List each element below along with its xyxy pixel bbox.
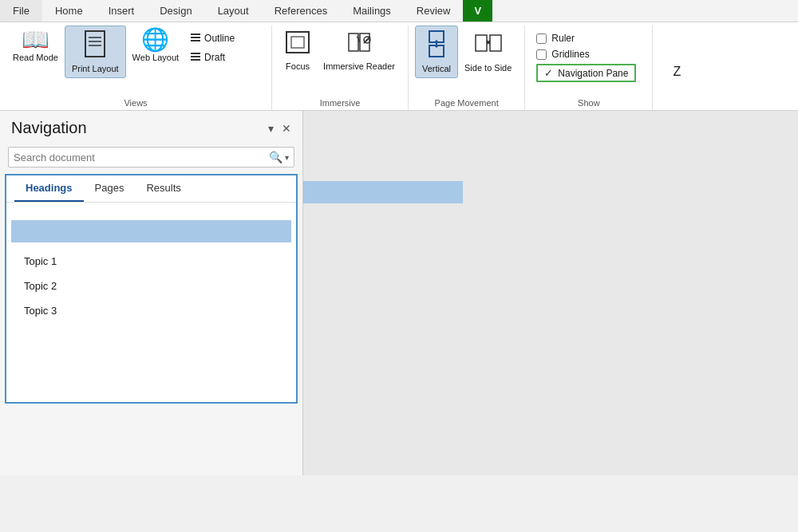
immersive-group-label: Immersive bbox=[279, 95, 401, 110]
tab-design[interactable]: Design bbox=[147, 0, 204, 22]
gridlines-label: Gridlines bbox=[551, 49, 589, 60]
search-dropdown-arrow[interactable]: ▾ bbox=[285, 153, 289, 162]
print-layout-button[interactable]: Print Layout bbox=[65, 26, 126, 78]
navigation-pane-check-icon: ✓ bbox=[544, 67, 553, 79]
print-layout-icon bbox=[82, 30, 108, 62]
nav-tabs-content-box: Headings Pages Results Topic 1 Topic 2 T… bbox=[5, 174, 298, 404]
read-mode-label: Read Mode bbox=[13, 53, 58, 63]
nav-headings-content: Topic 1 Topic 2 Topic 3 bbox=[6, 203, 296, 402]
tab-insert[interactable]: Insert bbox=[96, 0, 148, 22]
svg-rect-5 bbox=[191, 37, 200, 38]
svg-rect-12 bbox=[349, 33, 358, 51]
navigation-pane-label: Navigation Pane bbox=[558, 68, 628, 79]
navigation-panel: Navigation ▾ ✕ 🔍 ▾ Headings Pages Result… bbox=[0, 111, 303, 475]
focus-label: Focus bbox=[286, 61, 310, 72]
svg-rect-11 bbox=[291, 37, 304, 48]
nav-panel-controls: ▾ ✕ bbox=[268, 122, 291, 135]
immersive-reader-icon bbox=[346, 29, 372, 60]
tab-file[interactable]: File bbox=[0, 0, 42, 22]
nav-tabs: Headings Pages Results bbox=[6, 175, 296, 203]
side-to-side-button[interactable]: Side to Side bbox=[458, 26, 518, 77]
vertical-button[interactable]: Vertical bbox=[415, 26, 458, 78]
svg-marker-19 bbox=[434, 40, 439, 42]
views-small-buttons: Outline Draft bbox=[185, 26, 265, 67]
nav-panel-close-button[interactable]: ✕ bbox=[282, 122, 291, 135]
zoom-label: Z bbox=[673, 64, 681, 79]
ribbon-group-page-movement: Vertical Side to Side Page bbox=[409, 26, 525, 110]
read-mode-icon: 📖 bbox=[22, 29, 49, 51]
svg-rect-9 bbox=[191, 59, 200, 61]
focus-icon bbox=[285, 29, 310, 60]
outline-label: Outline bbox=[204, 33, 235, 44]
ribbon-group-immersive: Focus Immersive Reader Imme bbox=[272, 26, 409, 110]
svg-rect-21 bbox=[476, 35, 487, 51]
tab-pages[interactable]: Pages bbox=[84, 175, 136, 202]
read-mode-button[interactable]: 📖 Read Mode bbox=[6, 26, 65, 66]
svg-marker-20 bbox=[434, 45, 439, 48]
heading-topic3[interactable]: Topic 3 bbox=[11, 298, 291, 323]
gridlines-checkbox-item[interactable]: Gridlines bbox=[531, 46, 594, 62]
focus-button[interactable]: Focus bbox=[279, 26, 317, 75]
print-layout-label: Print Layout bbox=[72, 64, 119, 74]
nav-panel-collapse-arrow[interactable]: ▾ bbox=[268, 122, 274, 135]
ribbon-group-zoom: Z bbox=[653, 26, 701, 110]
search-input[interactable] bbox=[14, 152, 269, 164]
nav-panel-title: Navigation bbox=[11, 119, 87, 137]
outline-button[interactable]: Outline bbox=[185, 29, 265, 48]
nav-search-box: 🔍 ▾ bbox=[8, 147, 294, 167]
search-icon[interactable]: 🔍 bbox=[269, 151, 282, 164]
document-area bbox=[303, 111, 798, 475]
vertical-icon bbox=[424, 30, 449, 62]
ruler-label: Ruler bbox=[551, 33, 575, 44]
views-group-label: Views bbox=[6, 95, 265, 110]
immersive-reader-label: Immersive Reader bbox=[323, 61, 395, 72]
doc-highlight-extension bbox=[303, 181, 463, 203]
gridlines-checkbox[interactable] bbox=[536, 49, 547, 60]
zoom-button[interactable]: Z bbox=[659, 61, 694, 82]
nav-panel-header: Navigation ▾ ✕ bbox=[0, 111, 302, 144]
ruler-checkbox-item[interactable]: Ruler bbox=[531, 30, 579, 46]
tab-home[interactable]: Home bbox=[42, 0, 96, 22]
heading-topic2[interactable]: Topic 2 bbox=[11, 274, 291, 298]
tab-references[interactable]: References bbox=[262, 0, 340, 22]
heading-topic1[interactable]: Topic 1 bbox=[11, 249, 291, 274]
show-group-label: Show bbox=[531, 95, 646, 110]
svg-rect-0 bbox=[85, 31, 105, 57]
immersive-reader-button[interactable]: Immersive Reader bbox=[317, 26, 401, 75]
tab-mailings[interactable]: Mailings bbox=[340, 0, 404, 22]
page-movement-group-label: Page Movement bbox=[415, 95, 518, 110]
nav-search-row: 🔍 ▾ bbox=[0, 144, 302, 174]
tab-layout[interactable]: Layout bbox=[205, 0, 262, 22]
draft-label: Draft bbox=[204, 52, 225, 63]
web-layout-label: Web Layout bbox=[132, 53, 180, 63]
ribbon-group-views: 📖 Read Mode Print Layout bbox=[0, 26, 272, 110]
ruler-checkbox[interactable] bbox=[536, 33, 547, 44]
search-controls: 🔍 ▾ bbox=[269, 151, 289, 164]
tab-results[interactable]: Results bbox=[135, 175, 192, 202]
draft-button[interactable]: Draft bbox=[185, 48, 265, 67]
svg-rect-7 bbox=[191, 53, 200, 54]
side-to-side-icon bbox=[474, 29, 503, 61]
side-to-side-label: Side to Side bbox=[464, 63, 512, 73]
draft-icon bbox=[190, 51, 201, 65]
ribbon-group-show: Ruler Gridlines ✓ Navigation Pane Show bbox=[525, 26, 653, 110]
svg-rect-8 bbox=[191, 56, 200, 57]
outline-icon bbox=[190, 32, 201, 45]
web-layout-button[interactable]: 🌐 Web Layout bbox=[126, 26, 186, 66]
heading-highlight-bar bbox=[11, 220, 291, 242]
tab-review[interactable]: Review bbox=[404, 0, 464, 22]
navigation-pane-checkbox-item[interactable]: ✓ Navigation Pane bbox=[536, 64, 636, 82]
svg-rect-22 bbox=[490, 35, 501, 51]
svg-rect-4 bbox=[191, 33, 200, 35]
svg-rect-10 bbox=[286, 32, 309, 53]
tab-view[interactable]: V bbox=[463, 0, 492, 22]
web-layout-icon: 🌐 bbox=[141, 29, 169, 51]
svg-rect-6 bbox=[191, 40, 200, 41]
tab-headings[interactable]: Headings bbox=[14, 175, 84, 202]
vertical-label: Vertical bbox=[422, 64, 451, 74]
